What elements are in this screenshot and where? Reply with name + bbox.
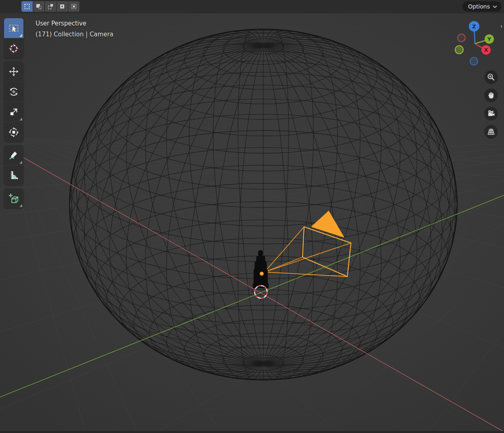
wireframe-sphere-object[interactable]: [69, 29, 457, 380]
options-dropdown[interactable]: Options: [462, 1, 502, 12]
movie-camera-icon: [487, 109, 496, 118]
submenu-corner: [19, 161, 22, 164]
scale-icon: [8, 106, 19, 118]
submenu-corner: [19, 34, 22, 37]
editor-bottom-edge: [0, 431, 504, 433]
gizmo-y-label: Y: [487, 36, 491, 42]
cursor-3d-icon: [8, 43, 19, 54]
camera-view-button[interactable]: [484, 107, 498, 120]
gizmo-axis-y[interactable]: Y: [485, 34, 494, 44]
submenu-corner: [19, 118, 22, 120]
magnifier-plus-icon: [487, 73, 496, 82]
annotate-icon: [8, 150, 19, 161]
chevron-down-icon: [493, 5, 497, 8]
select-invert-icon: [59, 3, 65, 10]
tool-select-box[interactable]: [4, 18, 23, 38]
select-mode-extend[interactable]: [33, 1, 44, 12]
select-set-icon: [24, 3, 30, 10]
collection-object-label: (171) Collection | Camera: [36, 31, 113, 38]
gizmo-axis-neg-y[interactable]: [455, 45, 464, 54]
sidebar-collapse-chevron[interactable]: ‹: [499, 21, 504, 32]
select-mode-set[interactable]: [21, 1, 33, 12]
options-label: Options: [468, 3, 490, 10]
gizmo-z-label: Z: [472, 23, 476, 30]
select-mode-intersect[interactable]: [68, 1, 80, 12]
gizmo-axis-z[interactable]: Z: [469, 21, 479, 32]
tool-cursor[interactable]: [4, 38, 23, 58]
tool-shelf: [4, 18, 23, 208]
select-subtract-icon: [47, 3, 54, 10]
hand-icon: [487, 91, 496, 100]
select-mode-group: [21, 1, 80, 12]
tool-transform[interactable]: [4, 122, 23, 142]
view-name-label: User Perspective: [36, 20, 86, 27]
gizmo-axis-neg-z[interactable]: [470, 57, 478, 65]
submenu-corner: [19, 204, 22, 207]
pan-button[interactable]: [484, 89, 498, 102]
tool-annotate[interactable]: [4, 145, 23, 165]
perspective-grid-icon: [487, 127, 496, 136]
viewport-header-bar: Options: [0, 0, 504, 13]
zoom-button[interactable]: [484, 70, 498, 84]
tool-group-select: [4, 18, 23, 58]
tool-add-cube[interactable]: [4, 188, 23, 208]
gizmo-axis-x[interactable]: X: [481, 45, 491, 55]
tool-group-add: [4, 188, 23, 208]
tool-group-transform: [4, 61, 23, 142]
tool-group-annotate: [4, 145, 23, 185]
tool-move[interactable]: [4, 61, 23, 81]
add-cube-icon: [8, 193, 19, 204]
select-mode-subtract[interactable]: [45, 1, 56, 12]
gizmo-x-label: X: [484, 47, 488, 53]
toggle-projection-button[interactable]: [484, 125, 498, 139]
select-box-icon: [8, 23, 19, 34]
measure-icon: [8, 170, 19, 181]
move-icon: [8, 66, 19, 77]
tool-measure[interactable]: [4, 165, 23, 185]
select-intersect-icon: [71, 3, 77, 10]
gizmo-axis-neg-x[interactable]: [457, 34, 466, 42]
select-extend-icon: [36, 3, 42, 10]
transform-icon: [8, 127, 19, 138]
rotate-icon: [8, 86, 19, 97]
viewport-scene: [0, 0, 504, 433]
blender-viewport: Options User Perspective (171) Collectio…: [0, 0, 504, 433]
tool-scale[interactable]: [4, 102, 23, 122]
chevron-left-icon: ‹: [500, 23, 503, 30]
tool-rotate[interactable]: [4, 82, 23, 101]
select-mode-invert[interactable]: [57, 1, 68, 12]
